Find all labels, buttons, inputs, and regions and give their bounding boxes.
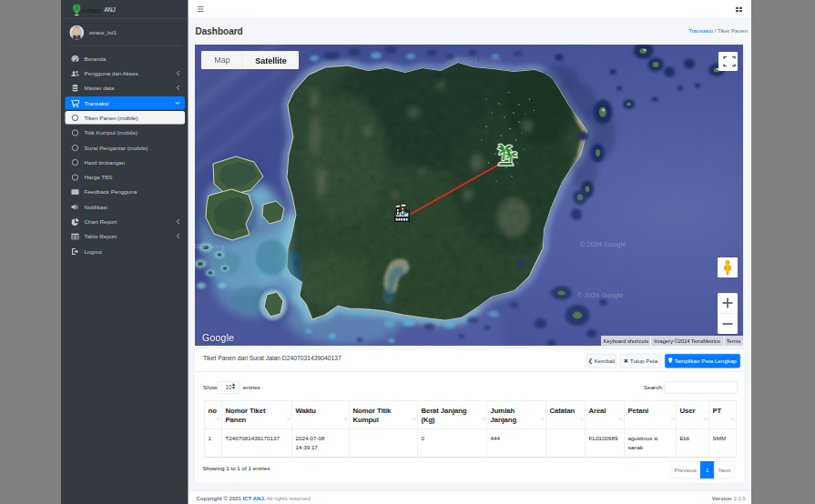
svg-text:Map: Map bbox=[214, 55, 230, 65]
svg-text:Imagery ©2024 TerraMetrics: Imagery ©2024 TerraMetrics bbox=[654, 338, 720, 344]
svg-text:Google: Google bbox=[202, 332, 234, 343]
svg-text:© 2024 Google: © 2024 Google bbox=[577, 291, 624, 299]
svg-text:Satellite: Satellite bbox=[255, 56, 287, 66]
svg-text:Keyboard shortcuts: Keyboard shortcuts bbox=[604, 338, 649, 344]
svg-text:©2024 Goog: ©2024 Goog bbox=[195, 242, 225, 250]
svg-text:© 2024 Google: © 2024 Google bbox=[455, 55, 502, 64]
svg-text:Terms: Terms bbox=[727, 338, 741, 344]
svg-text:© 2024 Google: © 2024 Google bbox=[580, 240, 627, 248]
